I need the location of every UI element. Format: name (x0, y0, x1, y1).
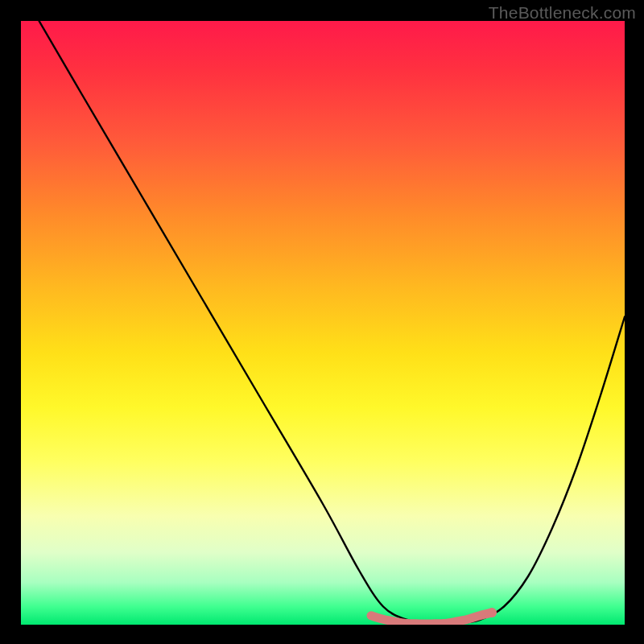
gradient-background (21, 21, 625, 625)
chart-container: TheBottleneck.com (0, 0, 644, 644)
watermark-text: TheBottleneck.com (489, 3, 636, 23)
